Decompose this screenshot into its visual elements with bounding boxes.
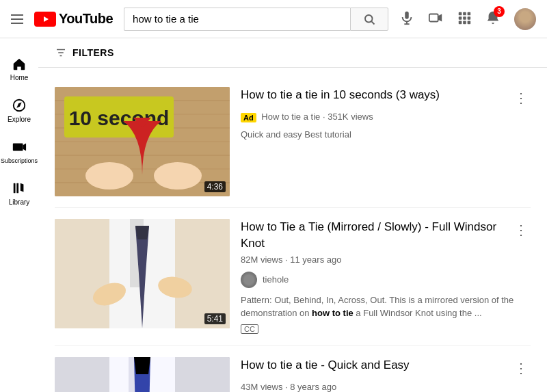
svg-marker-0 [44,16,49,22]
results-list: 10 second 4:36 How to tie a tie in 10 se… [38,68,547,392]
search-icon [363,13,375,25]
apps-button[interactable] [457,10,472,28]
sidebar-item-explore[interactable]: Explore [0,88,38,130]
sidebar: Home Explore Subscriptions Library [0,38,38,392]
youtube-logo-icon [34,12,56,27]
header-left: YouTube [11,11,113,27]
channel-row-2: tiehole [241,272,531,288]
svg-rect-14 [459,21,462,24]
timestamp-3: 8 years ago [290,382,336,392]
result-title-2: How to Tie a Tie (Mirrored / Slowly) - F… [241,219,511,252]
svg-rect-10 [468,12,471,15]
thumbnail-2[interactable]: 5:41 [55,219,230,328]
result-meta-1: Ad How to tie a tie · 351K views [241,112,531,122]
result-desc-2: Pattern: Out, Behind, In, Across, Out. T… [241,293,531,320]
svg-rect-8 [459,12,462,15]
cc-badge: CC [241,324,258,334]
result-meta-3: 43M views · 8 years ago [241,382,531,392]
sidebar-library-label: Library [9,198,30,206]
svg-rect-15 [463,21,466,24]
sidebar-item-subscriptions[interactable]: Subscriptions [0,130,38,171]
svg-rect-20 [14,183,16,194]
header-right: 3 [399,8,536,30]
more-options-1[interactable]: ⋮ [511,87,531,109]
sidebar-home-label: Home [10,74,29,81]
thumb-1-bg: 10 second [55,87,230,196]
svg-point-37 [154,162,202,190]
notifications-button[interactable]: 3 [485,10,501,28]
svg-rect-11 [459,16,462,20]
hamburger-menu[interactable] [11,14,23,24]
duration-2: 5:41 [204,313,226,324]
result-info-1: How to tie a tie in 10 seconds (3 ways) … [241,87,531,196]
svg-line-2 [371,21,374,24]
sidebar-subscriptions-label: Subscriptions [1,157,38,164]
logo[interactable]: YouTube [34,11,113,27]
duration-1: 4:36 [204,181,226,192]
more-options-3[interactable]: ⋮ [511,357,531,379]
result-desc-1: Quick and easy Best tutorial [241,128,531,142]
filters-label: FILTERS [72,47,114,58]
sidebar-item-library[interactable]: Library [0,171,38,213]
svg-rect-18 [13,144,23,151]
views-3: 43M views [241,382,282,392]
svg-rect-6 [429,14,438,21]
sidebar-explore-label: Explore [8,116,31,123]
thumb-3-bg [55,357,230,392]
home-icon [12,56,27,71]
svg-rect-16 [468,21,471,24]
svg-rect-9 [463,12,466,15]
svg-point-36 [85,162,133,190]
filters-icon [55,47,67,59]
main-content: FILTERS [38,38,547,392]
result-title-row-3: How to tie a tie - Quick and Easy ⋮ [241,357,531,379]
search-bar [124,8,388,31]
result-info-2: How to Tie a Tie (Mirrored / Slowly) - F… [241,219,531,335]
thumb-2-bg [55,219,230,328]
svg-rect-13 [468,16,471,20]
channel-avatar-2 [241,272,257,288]
user-avatar[interactable] [514,8,536,30]
create-button[interactable] [428,10,443,28]
views-1: 351K views [328,112,373,122]
result-item-1: 10 second 4:36 How to tie a tie in 10 se… [55,76,531,208]
result-title-1: How to tie a tie in 10 seconds (3 ways) [241,87,440,103]
header: YouTube [0,0,547,38]
timestamp-2: 11 years ago [290,254,341,265]
svg-rect-3 [405,11,409,18]
result-item-2: 5:41 How to Tie a Tie (Mirrored / Slowly… [55,208,531,346]
microphone-button[interactable] [399,10,414,28]
search-input[interactable] [124,8,350,31]
more-options-2[interactable]: ⋮ [511,219,531,241]
svg-marker-42 [135,226,149,239]
search-button[interactable] [350,8,388,31]
result-info-3: How to tie a tie - Quick and Easy ⋮ 43M … [241,357,531,392]
thumbnail-1[interactable]: 10 second 4:36 [55,87,230,196]
apps-icon [457,10,472,25]
library-icon [12,181,27,196]
svg-marker-49 [134,357,150,374]
subscriptions-icon [12,140,27,155]
logo-text: YouTube [59,11,113,27]
views-2: 82M views [241,254,282,265]
result-meta-2: 82M views · 11 years ago [241,254,531,265]
microphone-icon [399,10,414,25]
svg-rect-12 [463,16,466,20]
content-wrapper: Home Explore Subscriptions Library [0,38,547,392]
result-item-3: 1:50 How to tie a tie - Quick and Easy ⋮… [55,346,531,392]
channel-name-1: How to tie a tie [261,112,320,122]
notification-badge: 3 [494,6,505,17]
svg-point-1 [365,15,373,23]
explore-icon [12,98,27,113]
svg-rect-21 [16,183,18,194]
channel-name-2: tiehole [263,274,289,285]
ad-badge-1: Ad [241,113,256,122]
sidebar-item-home[interactable]: Home [0,47,38,88]
create-icon [428,10,443,25]
svg-marker-19 [23,144,27,151]
result-title-row-1: How to tie a tie in 10 seconds (3 ways) … [241,87,531,109]
filters-bar: FILTERS [38,38,547,68]
result-title-row-2: How to Tie a Tie (Mirrored / Slowly) - F… [241,219,531,252]
result-title-3: How to tie a tie - Quick and Easy [241,357,410,374]
thumbnail-3[interactable]: 1:50 [55,357,230,392]
